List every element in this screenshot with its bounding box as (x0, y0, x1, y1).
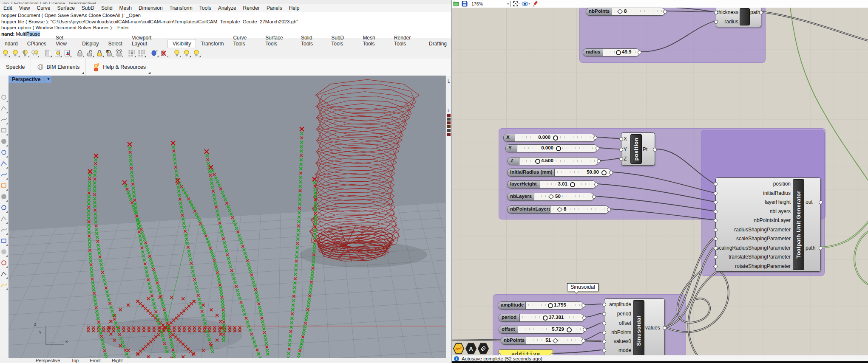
port-dot[interactable] (582, 316, 586, 320)
toolbar-tab-solid-tools[interactable]: Solid Tools (296, 34, 326, 48)
surface-icon[interactable] (0, 149, 8, 158)
lock-selected-icon[interactable] (95, 48, 104, 58)
menu-item-mesh[interactable]: Mesh (116, 5, 135, 11)
toolbar-tab-surface-tools[interactable]: Surface Tools (261, 34, 296, 48)
port-dot[interactable] (597, 159, 601, 163)
port-dot[interactable] (819, 200, 823, 204)
bulb-half-icon[interactable] (20, 48, 30, 58)
isolate-grid-icon[interactable] (127, 48, 136, 58)
toolbar-tab-subd-tools[interactable]: SubD Tools (326, 34, 358, 48)
explode-icon[interactable] (0, 182, 8, 191)
slider-track[interactable]: 51 (526, 337, 583, 344)
slider-knob[interactable] (553, 135, 558, 141)
slider-gh_nbPoints[interactable]: nbPoints8 (586, 8, 665, 16)
mesh-icon[interactable] (0, 171, 8, 180)
menu-item-dimension[interactable]: Dimension (135, 5, 166, 11)
slider-initialRadius[interactable]: initialRadius (mm)50.00 (507, 169, 611, 177)
viewport-tab-perspective[interactable]: Perspective (36, 358, 60, 363)
slider-period[interactable]: period37.381 (499, 314, 584, 322)
doc-badge-icon[interactable] (62, 48, 72, 58)
toolbar-tab-set-view[interactable]: Set View (51, 34, 77, 48)
port-dot[interactable] (653, 148, 657, 152)
port-dot[interactable] (714, 191, 718, 195)
gh-component-unit_cell[interactable]: thicknessradiuspath (716, 8, 761, 27)
port-dot[interactable] (819, 246, 823, 250)
lock-icon[interactable] (75, 48, 85, 58)
menu-item-help[interactable]: Help (286, 5, 303, 11)
menu-item-view[interactable]: View (16, 5, 34, 11)
point-icon[interactable] (0, 93, 8, 102)
menu-item-curve[interactable]: Curve (33, 5, 54, 11)
bulb-three-icon[interactable] (192, 48, 201, 58)
perspective-viewport[interactable]: z y x (9, 76, 445, 358)
menu-item-panels[interactable]: Panels (263, 5, 286, 11)
curve-edit-icon[interactable] (0, 215, 8, 224)
slider-nbPointsInLayers[interactable]: nbPointsInLayers8 (507, 205, 609, 214)
attach-badge[interactable] (477, 343, 489, 355)
unlock-icon[interactable] (85, 48, 94, 58)
save-icon[interactable] (462, 1, 468, 7)
control-points-icon[interactable] (0, 226, 8, 235)
slider-track[interactable]: 4.500 (519, 158, 599, 165)
port-dot[interactable] (663, 326, 667, 330)
port-dot[interactable] (714, 246, 718, 250)
slider-amplitude[interactable]: amplitude1.755 (498, 301, 584, 310)
port-dot[interactable] (592, 195, 596, 199)
bulb-on-alt-icon[interactable] (11, 48, 20, 58)
menu-item-tools[interactable]: Tools (196, 5, 215, 11)
toolbar-tab-mesh-tools[interactable]: Mesh Tools (358, 34, 389, 48)
port-dot[interactable] (602, 312, 606, 316)
extrude-icon[interactable] (0, 193, 8, 202)
port-dot[interactable] (596, 146, 599, 150)
toolbar-tab-transform[interactable]: Transform (196, 39, 228, 48)
eye-icon[interactable] (522, 1, 530, 7)
hide-detail-x-icon[interactable] (159, 48, 169, 58)
port-dot[interactable] (714, 200, 718, 204)
port-dot[interactable] (602, 331, 606, 335)
curve-icon[interactable] (0, 115, 8, 124)
polyline-icon[interactable] (0, 104, 8, 113)
toolbar-tab-render-tools[interactable]: Render Tools (389, 34, 424, 48)
gh-component-sinusoidal[interactable]: amplitudeperiodoffsetnbPointsvalues0mode… (604, 298, 665, 361)
plugin-tab-speckle[interactable]: Speckle (0, 59, 31, 76)
doc-show-bulb-icon[interactable] (53, 48, 62, 58)
port-dot[interactable] (602, 340, 606, 343)
hatch-icon[interactable] (0, 248, 8, 257)
sphere-icon[interactable] (0, 160, 8, 169)
gem-icon[interactable] (0, 281, 8, 290)
bulb-one-icon[interactable] (172, 48, 182, 58)
toolbar-tab-display[interactable]: Display (77, 39, 103, 48)
slider-x[interactable]: X0.000 (503, 134, 596, 142)
slider-gh_radius[interactable]: radius49.9 (583, 48, 640, 56)
port-dot[interactable] (714, 265, 718, 268)
port-dot[interactable] (714, 237, 718, 241)
menu-item-render[interactable]: Render (240, 5, 263, 11)
pipe-icon[interactable] (0, 259, 8, 268)
slider-z[interactable]: Z4.500 (508, 157, 599, 165)
port-dot[interactable] (602, 349, 606, 352)
port-dot[interactable] (609, 171, 613, 174)
port-dot[interactable] (714, 210, 718, 214)
open-file-icon[interactable] (453, 1, 460, 7)
menu-item-surface[interactable]: Surface (54, 5, 78, 11)
slider-track[interactable]: 50.00 (555, 169, 611, 176)
port-dot[interactable] (582, 304, 585, 307)
menu-item-edit[interactable]: Edit (0, 5, 16, 11)
port-dot[interactable] (714, 228, 718, 232)
lamp-detail-icon[interactable]: p (150, 48, 159, 58)
port-dot[interactable] (759, 11, 763, 14)
toolbar-tab-viewport-layout[interactable]: Viewport Layout (127, 34, 167, 48)
pencil-icon[interactable] (532, 1, 539, 7)
slider-track[interactable]: 50 (534, 193, 594, 200)
viewport-tab-top[interactable]: Top (71, 358, 79, 363)
toolbar-tab-ndard[interactable]: ndard (0, 39, 23, 48)
slider-track[interactable]: 0.000 (517, 145, 597, 152)
sketch-icon[interactable] (0, 270, 8, 279)
port-dot[interactable] (583, 328, 587, 332)
menu-item-transform[interactable]: Transform (166, 5, 196, 11)
menu-item-analyze[interactable]: Analyze (215, 5, 240, 11)
port-dot[interactable] (714, 255, 718, 259)
gh-canvas[interactable]: nbPoints8radius49.9X0.000Y0.000Z4.500ini… (452, 8, 868, 361)
slider-track[interactable]: 8 (612, 8, 665, 15)
port-dot[interactable] (582, 339, 585, 343)
